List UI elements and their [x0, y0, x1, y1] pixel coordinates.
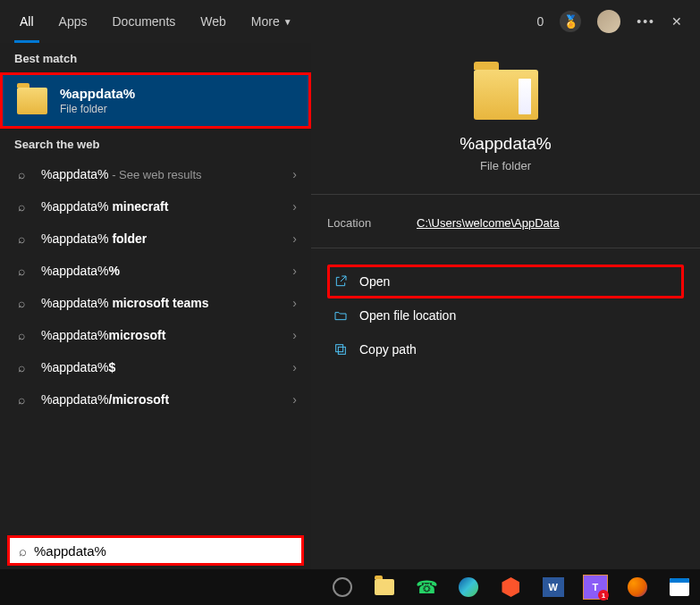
- user-avatar[interactable]: [597, 10, 620, 33]
- divider: [311, 194, 700, 195]
- search-icon: ⌕: [19, 543, 27, 559]
- preview-subtitle: File folder: [327, 159, 684, 172]
- web-result[interactable]: ⌕%appdata%$›: [0, 351, 311, 383]
- location-link[interactable]: C:\Users\welcome\AppData: [417, 216, 560, 230]
- open-label: Open: [359, 274, 390, 289]
- open-action[interactable]: Open: [327, 265, 684, 298]
- results-pane: Best match %appdata% File folder Search …: [0, 43, 311, 569]
- web-result[interactable]: ⌕%appdata% - See web results›: [0, 158, 311, 190]
- top-bar: All Apps Documents Web More▼ 0 🏅 ••• ✕: [0, 0, 700, 43]
- open-location-action[interactable]: Open file location: [327, 298, 684, 332]
- web-result[interactable]: ⌕%appdata%/microsoft›: [0, 383, 311, 416]
- search-icon: ⌕: [14, 296, 29, 310]
- best-match-item[interactable]: %appdata% File folder: [0, 72, 311, 129]
- search-icon: ⌕: [14, 360, 29, 374]
- location-label: Location: [327, 216, 417, 230]
- teams-icon[interactable]: T: [575, 569, 615, 605]
- file-explorer-icon[interactable]: [364, 569, 404, 605]
- copy-icon: [333, 341, 349, 357]
- svg-rect-1: [336, 345, 343, 352]
- divider: [311, 248, 700, 248]
- rewards-icon[interactable]: 🏅: [560, 11, 581, 32]
- search-web-label: Search the web: [0, 129, 311, 158]
- search-icon: ⌕: [14, 264, 29, 278]
- folder-open-icon: [333, 307, 349, 324]
- search-icon: ⌕: [14, 167, 29, 181]
- whatsapp-icon[interactable]: ☎: [406, 569, 446, 605]
- scope-tabs: All Apps Documents Web More▼: [7, 0, 305, 43]
- close-icon[interactable]: ✕: [671, 14, 682, 29]
- best-match-title: %appdata%: [60, 86, 135, 101]
- word-icon[interactable]: W: [533, 569, 573, 605]
- chevron-right-icon: ›: [292, 392, 297, 407]
- tab-more[interactable]: More▼: [239, 0, 305, 43]
- web-result[interactable]: ⌕%appdata% minecraft›: [0, 190, 311, 223]
- search-icon: ⌕: [14, 392, 29, 407]
- folder-icon: [474, 70, 538, 120]
- taskbar: ☎ W T: [0, 569, 700, 605]
- chevron-right-icon: ›: [292, 360, 297, 374]
- edge-icon[interactable]: [449, 569, 489, 605]
- svg-rect-0: [338, 347, 345, 354]
- best-match-label: Best match: [0, 43, 311, 72]
- chevron-down-icon: ▼: [283, 17, 292, 27]
- open-location-label: Open file location: [359, 308, 456, 323]
- preview-pane: %appdata% File folder Location C:\Users\…: [311, 43, 700, 569]
- folder-icon: [17, 88, 47, 114]
- open-icon: [333, 273, 349, 290]
- search-icon: ⌕: [14, 328, 29, 342]
- top-right-controls: 0 🏅 ••• ✕: [536, 10, 693, 33]
- more-options-icon[interactable]: •••: [637, 14, 655, 29]
- location-row: Location C:\Users\welcome\AppData: [327, 211, 684, 248]
- chevron-right-icon: ›: [292, 296, 297, 310]
- preview-title: %appdata%: [327, 134, 684, 154]
- tab-apps[interactable]: Apps: [46, 0, 100, 43]
- search-icon: ⌕: [14, 199, 29, 214]
- firefox-icon[interactable]: [618, 569, 658, 605]
- chevron-right-icon: ›: [292, 231, 297, 246]
- search-bar[interactable]: ⌕: [7, 535, 304, 566]
- rewards-count: 0: [536, 14, 544, 29]
- tab-web[interactable]: Web: [188, 0, 239, 43]
- copy-path-action[interactable]: Copy path: [327, 332, 684, 366]
- chevron-right-icon: ›: [292, 167, 297, 181]
- web-result[interactable]: ⌕%appdata% folder›: [0, 223, 311, 255]
- best-match-subtitle: File folder: [60, 103, 135, 115]
- copy-path-label: Copy path: [359, 342, 417, 357]
- search-input[interactable]: [34, 543, 292, 559]
- search-icon: ⌕: [14, 231, 29, 246]
- chevron-right-icon: ›: [292, 264, 297, 278]
- web-result[interactable]: ⌕%appdata% microsoft teams›: [0, 287, 311, 319]
- web-result[interactable]: ⌕%appdata%microsoft›: [0, 319, 311, 351]
- chevron-right-icon: ›: [292, 199, 297, 214]
- cortana-icon[interactable]: [322, 569, 362, 605]
- web-result[interactable]: ⌕%appdata%%›: [0, 255, 311, 287]
- tab-documents[interactable]: Documents: [99, 0, 188, 43]
- calendar-icon[interactable]: [660, 569, 700, 605]
- chevron-right-icon: ›: [292, 328, 297, 342]
- brave-icon[interactable]: [491, 569, 531, 605]
- tab-all[interactable]: All: [7, 0, 46, 43]
